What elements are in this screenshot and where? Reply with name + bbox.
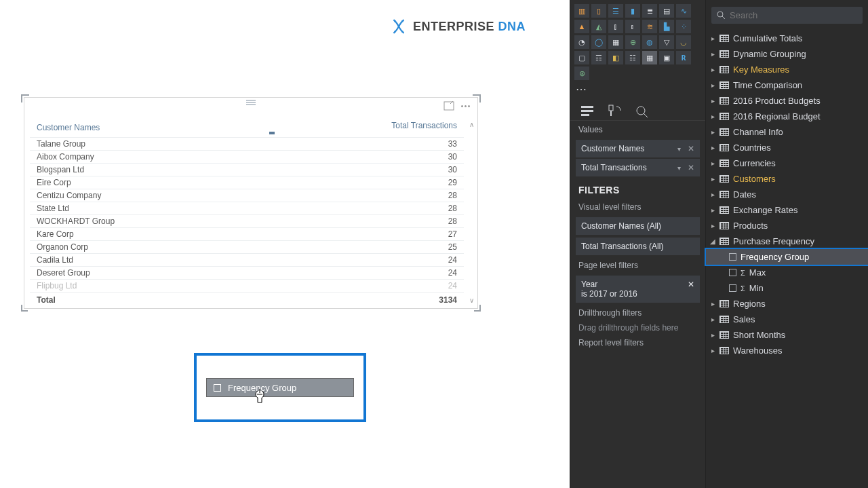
fields-tab-icon[interactable] <box>580 104 595 117</box>
viz-matrix-icon[interactable]: ▣ <box>659 51 674 64</box>
chevron-right-icon[interactable]: ▸ <box>710 347 715 354</box>
analytics-tab-icon[interactable] <box>634 104 649 117</box>
viz-filled-map-icon[interactable]: ◍ <box>642 35 657 49</box>
viz-card-icon[interactable]: ▢ <box>574 51 589 64</box>
chevron-right-icon[interactable]: ▸ <box>710 128 715 136</box>
table-item[interactable]: ▸Cumulative Totals <box>706 31 868 46</box>
table-row[interactable]: Centizu Company28 <box>30 189 464 202</box>
chevron-right-icon[interactable]: ▸ <box>710 35 715 42</box>
table-row[interactable]: Organon Corp25 <box>30 241 464 254</box>
viz-kpi-icon[interactable]: ◧ <box>608 51 623 64</box>
viz-pie-icon[interactable]: ◔ <box>574 35 589 49</box>
viz-area-icon[interactable]: ▲ <box>574 20 589 33</box>
table-row[interactable]: Deseret Group24 <box>30 267 464 280</box>
viz-arcgis-icon[interactable]: ⊛ <box>574 67 589 80</box>
table-item[interactable]: ▸Dynamic Grouping <box>706 46 868 62</box>
viz-treemap-icon[interactable]: ▦ <box>608 35 623 49</box>
table-row[interactable]: Cadila Ltd24 <box>30 254 464 267</box>
table-item[interactable]: ▸Sales <box>706 312 868 327</box>
table-item[interactable]: ▸Key Measures <box>706 62 868 77</box>
value-well[interactable]: Total Transactions▾✕ <box>576 159 700 176</box>
table-row[interactable]: Eire Corp29 <box>30 176 464 189</box>
viz-100-column-icon[interactable]: ▤ <box>659 4 674 18</box>
table-row[interactable]: Talane Group33 <box>30 138 464 151</box>
viz-line-clustered-icon[interactable]: ⫾ <box>625 20 640 33</box>
chevron-right-icon[interactable]: ▸ <box>710 159 715 167</box>
viz-more-icon[interactable]: ⋯ <box>570 80 705 98</box>
viz-ribbon-icon[interactable]: ≋ <box>642 20 657 33</box>
table-row[interactable]: Aibox Company30 <box>30 151 464 164</box>
chevron-right-icon[interactable]: ▸ <box>710 144 715 151</box>
drag-handle-icon[interactable] <box>246 100 256 105</box>
table-item[interactable]: ▸Time Comparison <box>706 77 868 93</box>
search-input[interactable] <box>711 7 863 24</box>
table-item[interactable]: ▸Short Months <box>706 327 868 343</box>
viz-scatter-icon[interactable]: ⁘ <box>676 20 691 33</box>
drag-field-chip[interactable]: Frequency Group <box>206 378 354 397</box>
checkbox-icon[interactable] <box>729 284 736 292</box>
viz-donut-icon[interactable]: ◯ <box>591 35 606 49</box>
table-row[interactable]: Flipbug Ltd24 <box>30 280 464 293</box>
table-item[interactable]: ▸Regions <box>706 296 868 312</box>
field-item[interactable]: Frequency Group <box>706 249 868 265</box>
chevron-right-icon[interactable]: ▸ <box>710 50 715 58</box>
table-item[interactable]: ◢Purchase Frequency <box>706 233 868 249</box>
table-row[interactable]: State Ltd28 <box>30 202 464 215</box>
table-item[interactable]: ▸Products <box>706 218 868 233</box>
focus-mode-icon[interactable] <box>443 101 454 111</box>
table-item[interactable]: ▸Dates <box>706 187 868 202</box>
viz-map-icon[interactable]: ⊕ <box>625 35 640 49</box>
table-item[interactable]: ▸Channel Info <box>706 124 868 140</box>
viz-stacked-bar-icon[interactable]: ▥ <box>574 4 589 18</box>
chevron-right-icon[interactable]: ▸ <box>710 66 715 73</box>
checkbox-icon[interactable] <box>729 253 736 261</box>
filter-chip[interactable]: Customer Names (All) <box>576 217 700 235</box>
chevron-right-icon[interactable]: ▸ <box>710 113 715 120</box>
table-row[interactable]: Kare Corp27 <box>30 228 464 241</box>
column-header[interactable]: Customer Names <box>30 118 262 138</box>
chevron-right-icon[interactable]: ▸ <box>710 81 715 89</box>
viz-funnel-icon[interactable]: ▽ <box>659 35 674 49</box>
more-options-icon[interactable] <box>461 101 472 111</box>
table-item[interactable]: ▸2016 Product Budgets <box>706 93 868 109</box>
chevron-right-icon[interactable]: ▸ <box>710 316 715 323</box>
close-icon[interactable]: ✕ <box>688 280 694 299</box>
scroll-up-icon[interactable]: ∧ <box>469 121 474 128</box>
chevron-right-icon[interactable]: ▸ <box>710 331 715 339</box>
table-item[interactable]: ▸Customers <box>706 171 868 187</box>
viz-waterfall-icon[interactable]: ▙ <box>659 20 674 33</box>
viz-stacked-column-icon[interactable]: ▯ <box>591 4 606 18</box>
table-row[interactable]: Blogspan Ltd30 <box>30 164 464 176</box>
viz-r-icon[interactable]: R <box>676 51 691 64</box>
scrollbar[interactable]: ∧ ∨ <box>467 121 476 304</box>
value-well[interactable]: Customer Names▾✕ <box>576 140 700 157</box>
drillthrough-placeholder[interactable]: Drag drillthrough fields here <box>570 320 705 335</box>
viz-clustered-column-icon[interactable]: ▮ <box>625 4 640 18</box>
viz-table-icon[interactable]: ▦ <box>642 51 657 64</box>
chevron-right-icon[interactable]: ▸ <box>710 191 715 198</box>
viz-slicer-icon[interactable]: ☷ <box>625 51 640 64</box>
close-icon[interactable]: ✕ <box>684 144 694 153</box>
table-item[interactable]: ▸Warehouses <box>706 343 868 358</box>
chevron-right-icon[interactable]: ▸ <box>710 222 715 229</box>
chevron-right-icon[interactable]: ▸ <box>710 206 715 214</box>
field-item[interactable]: ΣMax <box>706 265 868 280</box>
close-icon[interactable]: ✕ <box>684 163 694 172</box>
table-visual[interactable]: Customer Names Total Transactions Talane… <box>24 97 478 309</box>
chevron-down-icon[interactable]: ◢ <box>710 238 715 245</box>
table-item[interactable]: ▸Countries <box>706 140 868 155</box>
chevron-right-icon[interactable]: ▸ <box>710 97 715 105</box>
report-canvas[interactable]: ENTERPRISE DNA Customer Names Total Tran… <box>0 0 570 488</box>
viz-multirow-card-icon[interactable]: ☶ <box>591 51 606 64</box>
table-row[interactable]: WOCKHARDT Group28 <box>30 215 464 228</box>
viz-line-column-icon[interactable]: ⫿ <box>608 20 623 33</box>
table-item[interactable]: ▸Exchange Rates <box>706 202 868 218</box>
viz-clustered-bar-icon[interactable]: ☰ <box>608 4 623 18</box>
viz-stacked-area-icon[interactable]: ◭ <box>591 20 606 33</box>
viz-line-icon[interactable]: ∿ <box>676 4 691 18</box>
viz-100-bar-icon[interactable]: ≣ <box>642 4 657 18</box>
viz-gauge-icon[interactable]: ◡ <box>676 35 691 49</box>
page-filter-chip[interactable]: Yearis 2017 or 2016 ✕ <box>576 276 700 303</box>
column-header[interactable]: Total Transactions <box>262 118 464 138</box>
table-item[interactable]: ▸Currencies <box>706 155 868 171</box>
